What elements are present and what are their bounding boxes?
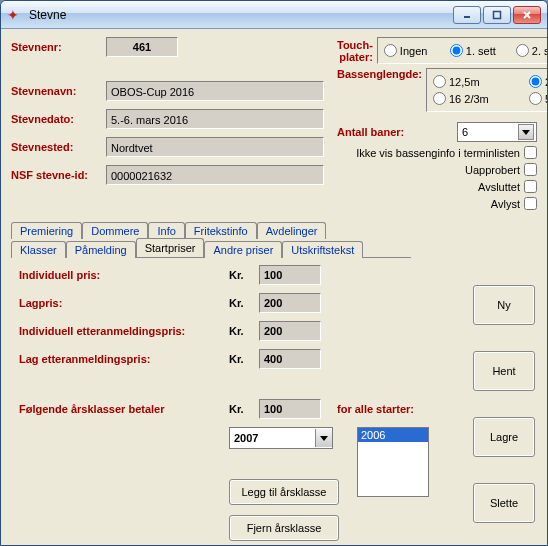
tab-klasser[interactable]: Klasser — [11, 241, 66, 258]
kr-label-3: Kr. — [229, 325, 259, 337]
age-year-value: 2007 — [234, 432, 258, 444]
lage-pris-field[interactable]: 400 — [259, 349, 321, 369]
app-icon: ✦ — [7, 7, 23, 23]
tab-info[interactable]: Info — [148, 222, 184, 239]
titlebar: ✦ Stevne — [1, 1, 547, 29]
uapprobert-checkbox[interactable] — [524, 163, 537, 176]
tab-avdelinger[interactable]: Avdelinger — [257, 222, 327, 239]
hent-button[interactable]: Hent — [473, 351, 535, 391]
age-listbox[interactable]: 2006 — [357, 427, 429, 497]
tab-fritekstinfo[interactable]: Fritekstinfo — [185, 222, 257, 239]
lage-pris-label: Lag etteranmeldingspris: — [19, 353, 229, 365]
avsluttet-label: Avsluttet — [478, 181, 520, 193]
stevnenavn-field[interactable]: OBOS-Cup 2016 — [106, 81, 324, 101]
close-button[interactable] — [513, 6, 541, 24]
age-suffix-label: for alle starter: — [337, 403, 414, 415]
kr-label-2: Kr. — [229, 297, 259, 309]
stevnenavn-label: Stevnenavn: — [11, 85, 106, 97]
nsfid-field[interactable]: 0000021632 — [106, 165, 324, 185]
radio-16-23m[interactable]: 16 2/3m — [429, 90, 525, 107]
window-title: Stevne — [29, 8, 451, 22]
kr-label-1: Kr. — [229, 269, 259, 281]
radio-2sett[interactable]: 2. sett — [512, 42, 548, 59]
touch-radio-group: Ingen 1. sett 2. sett — [377, 37, 548, 64]
radio-ingen[interactable]: Ingen — [380, 42, 446, 59]
stevnenr-label: Stevnenr: — [11, 41, 106, 53]
remove-age-button[interactable]: Fjern årsklasse — [229, 515, 339, 541]
ny-button[interactable]: Ny — [473, 285, 535, 325]
touch-label: Touch-plater: — [337, 39, 377, 63]
ind-pris-field[interactable]: 100 — [259, 265, 321, 285]
right-column: Touch-plater: Ingen 1. sett 2. sett Bass… — [337, 37, 537, 210]
tab-premiering[interactable]: Premiering — [11, 222, 82, 239]
chevron-down-icon — [315, 429, 332, 447]
lag-pris-label: Lagpris: — [19, 297, 229, 309]
minimize-button[interactable] — [453, 6, 481, 24]
stevnested-field[interactable]: Nordtvet — [106, 137, 324, 157]
tab-startpriser[interactable]: Startpriser — [136, 238, 205, 257]
side-buttons: Ny Hent Lagre Slette — [473, 285, 535, 546]
radio-12-5m[interactable]: 12,5m — [429, 73, 525, 90]
svg-rect-1 — [494, 11, 501, 18]
radio-50m[interactable]: 50m — [525, 90, 548, 107]
stevnedato-field[interactable]: 5.-6. mars 2016 — [106, 109, 324, 129]
age-year-dropdown[interactable]: 2007 — [229, 427, 333, 449]
avsluttet-checkbox[interactable] — [524, 180, 537, 193]
add-age-button[interactable]: Legg til årsklasse — [229, 479, 339, 505]
ikkevis-label: Ikke vis bassenginfo i terminlisten — [356, 147, 520, 159]
radio-1sett[interactable]: 1. sett — [446, 42, 512, 59]
client-area: Stevnenr: 461 Stevnenavn: OBOS-Cup 2016 … — [1, 29, 547, 545]
kr-label-5: Kr. — [229, 403, 259, 415]
app-window: ✦ Stevne Stevnenr: 461 Stevnenavn: OBOS-… — [0, 0, 548, 546]
stevnenr-field[interactable]: 461 — [106, 37, 178, 57]
avlyst-checkbox[interactable] — [524, 197, 537, 210]
startpriser-panel: Individuell pris: Kr. 100 Lagpris: Kr. 2… — [19, 265, 449, 541]
ikkevis-checkbox[interactable] — [524, 146, 537, 159]
ind-pris-label: Individuell pris: — [19, 269, 229, 281]
avlyst-label: Avlyst — [491, 198, 520, 210]
age-label: Følgende årsklasser betaler — [19, 403, 229, 415]
inde-pris-label: Individuell etteranmeldingspris: — [19, 325, 229, 337]
inde-pris-field[interactable]: 200 — [259, 321, 321, 341]
pool-label: Bassenglengde: — [337, 68, 426, 80]
uapprobert-label: Uapprobert — [465, 164, 520, 176]
baner-value: 6 — [462, 126, 468, 138]
radio-25m[interactable]: 25m — [525, 73, 548, 90]
stevnested-label: Stevnested: — [11, 141, 106, 153]
lag-pris-field[interactable]: 200 — [259, 293, 321, 313]
tab-dommere[interactable]: Dommere — [82, 222, 148, 239]
stevnedato-label: Stevnedato: — [11, 113, 106, 125]
pool-radio-group: 12,5m 25m 16 2/3m 50m — [426, 68, 548, 112]
baner-label: Antall baner: — [337, 126, 457, 138]
baner-select[interactable]: 6 — [457, 122, 537, 142]
age-list-item[interactable]: 2006 — [358, 428, 428, 442]
tab-andre-priser[interactable]: Andre priser — [204, 241, 282, 258]
nsfid-label: NSF stevne-id: — [11, 169, 106, 181]
kr-label-4: Kr. — [229, 353, 259, 365]
lagre-button[interactable]: Lagre — [473, 417, 535, 457]
age-amount-field[interactable]: 100 — [259, 399, 321, 419]
maximize-button[interactable] — [483, 6, 511, 24]
tab-pamelding[interactable]: Påmelding — [66, 241, 136, 258]
tab-utskriftstekst[interactable]: Utskriftstekst — [282, 241, 363, 258]
chevron-down-icon — [518, 124, 534, 140]
tab-control: Premiering Dommere Info Fritekstinfo Avd… — [11, 221, 411, 258]
slette-button[interactable]: Slette — [473, 483, 535, 523]
